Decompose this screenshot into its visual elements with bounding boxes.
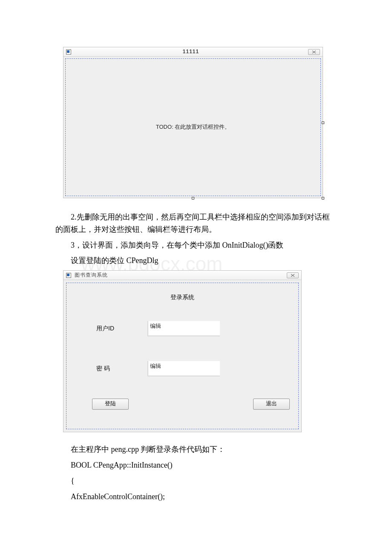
code-intro: 在主程序中 peng.cpp 判断登录条件代码如下： [55,443,337,456]
password-input[interactable]: 编辑 [147,361,220,376]
dialog-designer-login: 图书查询系统 登录系统 用户ID 编辑 密 码 编辑 登陆 退出 [63,270,302,432]
titlebar: 11111 [63,47,323,57]
password-label: 密 码 [96,364,147,373]
login-button[interactable]: 登陆 [92,399,129,410]
paragraph-step-2: 2.先删除无用的出事空间，然后再空间工具栏中选择相应的空间添加到对话框的面板上，… [55,211,337,236]
code-line: AfxEnableControlContainer(); [55,491,337,503]
close-icon[interactable] [287,272,299,278]
app-icon [66,273,71,278]
form-row-password: 密 码 编辑 [96,361,298,376]
login-heading: 登录系统 [66,292,298,302]
dialog-designer-blank: 11111 TODO: 在此放置对话框控件。 [63,47,323,198]
resize-handle-icon[interactable] [192,197,194,199]
paragraph-class-note: 设置登陆的类位 CPengDlg [55,254,337,267]
spacer [129,399,253,410]
code-line: { [55,475,337,487]
paragraph-step-3: 3，设计界面，添加类向导，在每个类中添加 OnInitDialog()函数 [55,239,337,251]
close-icon[interactable] [308,49,320,55]
placeholder-label: TODO: 在此放置对话框控件。 [156,123,231,132]
form-row-userid: 用户ID 编辑 [96,321,298,336]
designer-canvas[interactable]: TODO: 在此放置对话框控件。 [65,58,321,196]
app-icon [66,49,71,55]
window-title: 图书查询系统 [74,271,287,279]
user-id-input[interactable]: 编辑 [147,321,220,336]
exit-button[interactable]: 退出 [253,399,290,410]
resize-handle-icon[interactable] [322,121,324,124]
login-form-canvas: 登录系统 用户ID 编辑 密 码 编辑 登陆 退出 [66,283,299,429]
resize-handle-icon[interactable] [322,197,324,199]
window-title: 11111 [74,48,308,56]
code-line: BOOL CPengApp::InitInstance() [55,459,337,471]
user-id-label: 用户ID [96,324,147,333]
titlebar: 图书查询系统 [63,271,301,280]
button-row: 登陆 退出 [66,399,298,410]
